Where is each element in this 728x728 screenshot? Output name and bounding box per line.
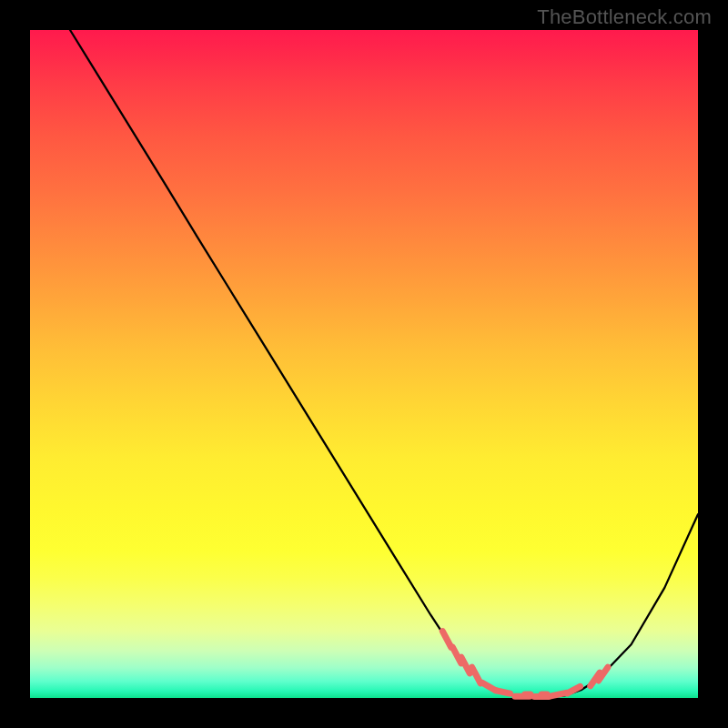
marker-dash [496,691,511,693]
bottleneck-curve-svg [30,30,698,698]
chart-container: TheBottleneck.com [0,0,728,728]
markers-group [442,632,608,697]
marker-dash [567,686,580,693]
marker-dash [461,657,470,673]
marker-dash [472,667,480,683]
marker-dash [442,632,450,648]
bottleneck-curve-line [70,30,698,698]
plot-area [30,30,698,698]
marker-dash [599,667,608,681]
marker-dash [552,693,567,695]
attribution-text: TheBottleneck.com [537,5,712,29]
